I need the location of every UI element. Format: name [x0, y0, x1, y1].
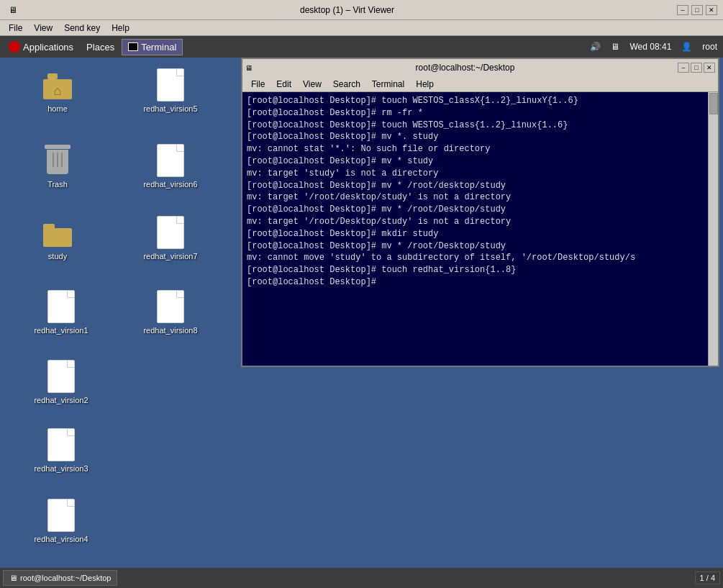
terminal-icon — [128, 42, 138, 51]
terminal-line: [root@localhost Desktop]# rm -fr * — [247, 107, 714, 119]
svg-rect-4 — [43, 224, 55, 230]
desktop: ⌂ home Trash — [0, 58, 723, 568]
user-icon: 👤 — [678, 40, 695, 53]
terminal-win-icon: 🖥 — [245, 64, 253, 72]
terminal-close[interactable]: ✕ — [704, 63, 715, 73]
rv3-icon-img — [44, 428, 78, 462]
terminal-lines: [root@localhost Desktop]# touch WESTOS_c… — [247, 95, 714, 289]
rv5-icon-label: redhat_virsion5 — [141, 104, 199, 114]
desktop-icon-rv1[interactable]: redhat_virsion1 — [29, 286, 94, 338]
places-menu[interactable]: Places — [81, 40, 120, 55]
title-bar-controls: – □ ✕ — [677, 5, 717, 15]
tmenu-search[interactable]: Search — [327, 78, 366, 91]
terminal-line: mv: cannot move 'study' to a subdirector… — [247, 252, 714, 264]
window-icon: 🖥 — [9, 5, 17, 15]
terminal-scrollbar[interactable] — [708, 92, 718, 366]
menu-view[interactable]: View — [28, 22, 58, 35]
rv7-icon-img — [153, 215, 188, 250]
desktop-icon-trash[interactable]: Trash — [25, 140, 90, 192]
terminal-line: [root@localhost Desktop]# touch redhat_v… — [247, 264, 714, 276]
rv3-icon-label: redhat_virsion3 — [32, 463, 90, 474]
terminal-title: root@localhost:~/Desktop — [253, 63, 678, 73]
desktop-icon-rv7[interactable]: redhat_virsion7 — [138, 212, 203, 264]
taskbar-terminal-item[interactable]: 🖥 root@localhost:~/Desktop — [3, 570, 117, 586]
rv2-icon-img — [44, 359, 78, 394]
tmenu-file[interactable]: File — [245, 78, 270, 91]
tmenu-help[interactable]: Help — [410, 78, 440, 91]
close-button[interactable]: ✕ — [706, 5, 717, 15]
terminal-line: [root@localhost Desktop]# mv *. study — [247, 131, 714, 143]
home-icon-label: home — [45, 104, 70, 114]
desktop-icon-home[interactable]: ⌂ home — [25, 65, 90, 117]
rv4-icon-img — [44, 498, 78, 533]
maximize-button[interactable]: □ — [691, 5, 703, 15]
taskbar-terminal-label: root@localhost:~/Desktop — [20, 574, 111, 582]
trash-icon-label: Trash — [45, 179, 70, 189]
desktop-icon-rv8[interactable]: redhat_virsion8 — [138, 286, 203, 338]
terminal-line: [root@localhost Desktop]# touch WESTOS_c… — [247, 119, 714, 132]
applications-menu[interactable]: Applications — [3, 39, 79, 55]
rv5-icon-img — [153, 68, 188, 102]
title-bar: 🖥 desktop (1) – Virt Viewer – □ ✕ — [0, 0, 723, 20]
desktop-icon-rv6[interactable]: redhat_virsion6 — [138, 140, 203, 192]
rv8-icon-img — [153, 289, 188, 324]
menu-file[interactable]: File — [3, 22, 28, 35]
terminal-line: [root@localhost Desktop]# mv * study — [247, 155, 714, 168]
trash-icon-img — [40, 143, 75, 178]
places-label: Places — [86, 42, 114, 53]
redhat-icon — [9, 41, 20, 53]
top-menu-bar: File View Send key Help — [0, 20, 723, 36]
desktop-icon-rv5[interactable]: redhat_virsion5 — [138, 65, 203, 117]
svg-rect-1 — [47, 73, 58, 79]
terminal-content[interactable]: [root@localhost Desktop]# touch WESTOS_c… — [242, 92, 718, 366]
terminal-title-bar: 🖥 root@localhost:~/Desktop – □ ✕ — [242, 59, 718, 76]
svg-text:⌂: ⌂ — [54, 83, 62, 98]
terminal-line: mv: cannot stat '*.': No such file or di… — [247, 143, 714, 155]
taskbar: 🖥 root@localhost:~/Desktop 1 / 4 — [0, 568, 723, 588]
terminal-line: mv: target '/root/Desktop/study' is not … — [247, 216, 714, 228]
terminal-minimize[interactable]: – — [678, 63, 689, 73]
terminal-window: 🖥 root@localhost:~/Desktop – □ ✕ File Ed… — [241, 58, 719, 367]
terminal-line: [root@localhost Desktop]# mv * /root/des… — [247, 180, 714, 192]
rv4-icon-label: redhat_virsion4 — [32, 534, 90, 544]
tmenu-view[interactable]: View — [297, 78, 327, 91]
terminal-label: Terminal — [141, 42, 176, 53]
terminal-line: [root@localhost Desktop]# — [247, 276, 714, 289]
terminal-scroll-thumb[interactable] — [709, 93, 718, 114]
tmenu-edit[interactable]: Edit — [270, 78, 297, 91]
menu-help[interactable]: Help — [106, 22, 135, 35]
desktop-icon-rv3[interactable]: redhat_virsion3 — [29, 425, 94, 476]
terminal-maximize[interactable]: □ — [691, 63, 702, 73]
volume-icon: 🔊 — [587, 40, 604, 53]
rv1-icon-img — [44, 289, 78, 324]
rv8-icon-label: redhat_virsion8 — [141, 325, 199, 335]
terminal-line: [root@localhost Desktop]# mv * /root/Des… — [247, 204, 714, 216]
desktop-icon-rv4[interactable]: redhat_virsion4 — [29, 495, 94, 547]
panel-left: Applications Places Terminal — [3, 39, 183, 55]
menu-sendkey[interactable]: Send key — [58, 22, 106, 35]
terminal-line: mv: target 'study' is not a directory — [247, 168, 714, 180]
terminal-controls: – □ ✕ — [678, 63, 715, 73]
rv2-icon-label: redhat_virsion2 — [32, 395, 90, 405]
username: root — [699, 40, 720, 53]
trash-lid — [45, 145, 71, 149]
taskbar-terminal-icon: 🖥 — [9, 574, 17, 582]
applications-label: Applications — [23, 42, 73, 53]
trash-body — [47, 150, 68, 174]
terminal-line: [root@localhost Desktop]# touch WESTOS_c… — [247, 95, 714, 107]
desktop-icon-rv2[interactable]: redhat_virsion2 — [29, 356, 94, 408]
terminal-line: mv: target '/root/desktop/study' is not … — [247, 191, 714, 204]
rv6-icon-label: redhat_virsion6 — [141, 179, 199, 189]
clock: Wed 08:41 — [627, 40, 674, 53]
minimize-button[interactable]: – — [677, 5, 688, 15]
study-icon-label: study — [46, 251, 69, 261]
terminal-panel-btn[interactable]: Terminal — [122, 39, 183, 55]
taskbar-pager: 1 / 4 — [695, 571, 720, 584]
desktop-icon-study[interactable]: study — [25, 212, 90, 264]
rv1-icon-label: redhat_virsion1 — [32, 325, 90, 335]
home-icon-img: ⌂ — [40, 68, 75, 102]
tmenu-terminal[interactable]: Terminal — [366, 78, 410, 91]
terminal-menu-bar: File Edit View Search Terminal Help — [242, 76, 718, 92]
panel-right: 🔊 🖥 Wed 08:41 👤 root — [587, 40, 720, 53]
network-icon: 🖥 — [608, 40, 622, 53]
